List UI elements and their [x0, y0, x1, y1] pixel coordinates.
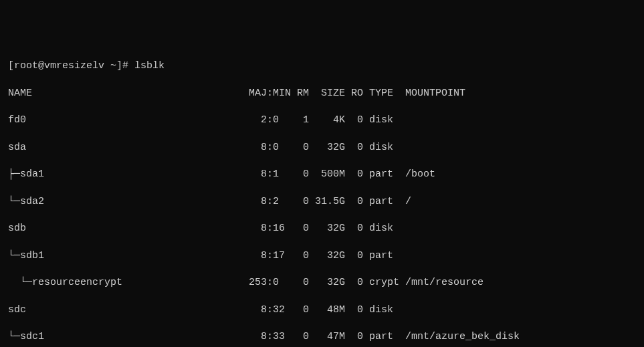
lsblk-row: └─sdb1 8:17 0 32G 0 part	[8, 249, 636, 263]
header-text: NAME MAJ:MIN RM SIZE RO TYPE MOUNTPOINT	[8, 88, 465, 99]
lsblk-row: ├─sda1 8:1 0 500M 0 part /boot	[8, 168, 636, 181]
lsblk-row: └─sda2 8:2 0 31.5G 0 part /	[8, 195, 636, 209]
prompt-text: [root@vmresizelv ~]# lsblk	[8, 60, 165, 72]
shell-prompt: [root@vmresizelv ~]# lsblk	[8, 60, 636, 73]
lsblk-header: NAME MAJ:MIN RM SIZE RO TYPE MOUNTPOINT	[8, 87, 636, 100]
lsblk-row: └─sdc1 8:33 0 47M 0 part /mnt/azure_bek_…	[8, 330, 636, 344]
lsblk-row: fd0 2:0 1 4K 0 disk	[8, 114, 636, 127]
lsblk-row: sdb 8:16 0 32G 0 disk	[8, 222, 636, 235]
lsblk-row: └─resourceencrypt 253:0 0 32G 0 crypt /m…	[8, 276, 636, 290]
lsblk-row: sdc 8:32 0 48M 0 disk	[8, 304, 636, 317]
lsblk-row: sda 8:0 0 32G 0 disk	[8, 141, 636, 154]
